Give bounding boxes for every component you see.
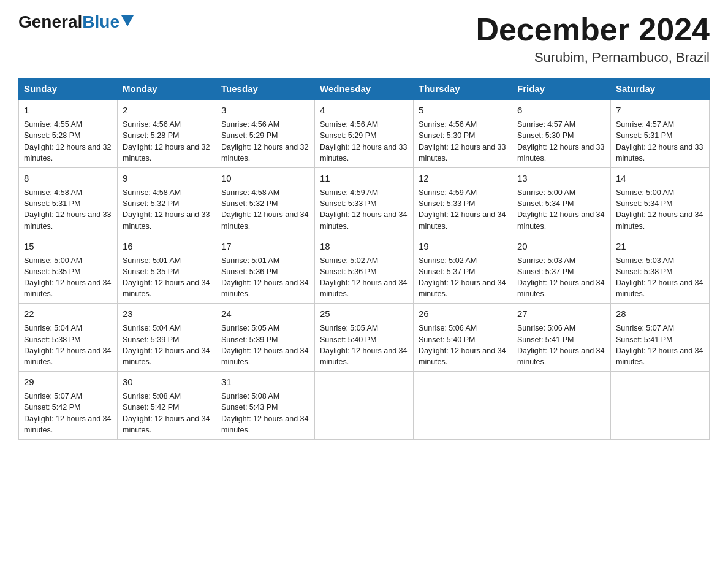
header-wednesday: Wednesday <box>315 79 414 100</box>
day-info: Sunrise: 4:58 AMSunset: 5:32 PMDaylight:… <box>221 188 308 231</box>
day-info: Sunrise: 5:06 AMSunset: 5:40 PMDaylight:… <box>419 324 506 366</box>
day-number: 3 <box>221 104 309 117</box>
calendar-cell: 4Sunrise: 4:56 AMSunset: 5:29 PMDaylight… <box>315 99 414 167</box>
calendar-cell: 18Sunrise: 5:02 AMSunset: 5:36 PMDayligh… <box>315 236 414 304</box>
day-number: 27 <box>517 307 605 320</box>
logo-text: General Blue <box>18 12 134 32</box>
calendar-cell: 28Sunrise: 5:07 AMSunset: 5:41 PMDayligh… <box>611 304 710 372</box>
calendar-cell <box>611 372 710 440</box>
day-number: 11 <box>320 172 408 185</box>
calendar-cell: 12Sunrise: 4:59 AMSunset: 5:33 PMDayligh… <box>414 167 512 236</box>
day-info: Sunrise: 5:01 AMSunset: 5:35 PMDaylight:… <box>123 256 210 299</box>
day-info: Sunrise: 4:56 AMSunset: 5:30 PMDaylight:… <box>419 120 506 163</box>
calendar-header-row: Sunday Monday Tuesday Wednesday Thursday… <box>19 79 710 100</box>
calendar-cell: 27Sunrise: 5:06 AMSunset: 5:41 PMDayligh… <box>512 304 611 372</box>
day-number: 17 <box>221 240 309 253</box>
day-number: 23 <box>123 307 211 320</box>
day-info: Sunrise: 4:56 AMSunset: 5:28 PMDaylight:… <box>123 120 210 163</box>
logo-blue-text: Blue <box>82 12 119 32</box>
day-info: Sunrise: 5:05 AMSunset: 5:39 PMDaylight:… <box>221 324 308 366</box>
day-number: 10 <box>221 172 309 185</box>
day-info: Sunrise: 5:07 AMSunset: 5:41 PMDaylight:… <box>616 324 703 366</box>
calendar-cell: 30Sunrise: 5:08 AMSunset: 5:42 PMDayligh… <box>118 372 216 440</box>
location-subtitle: Surubim, Pernambuco, Brazil <box>476 50 710 66</box>
day-number: 2 <box>123 104 211 117</box>
calendar-cell: 7Sunrise: 4:57 AMSunset: 5:31 PMDaylight… <box>611 99 710 167</box>
day-info: Sunrise: 5:03 AMSunset: 5:37 PMDaylight:… <box>517 256 604 299</box>
day-number: 19 <box>419 240 507 253</box>
header-friday: Friday <box>512 79 611 100</box>
day-info: Sunrise: 4:57 AMSunset: 5:30 PMDaylight:… <box>517 120 604 163</box>
header-thursday: Thursday <box>414 79 512 100</box>
header-sunday: Sunday <box>19 79 118 100</box>
calendar-cell: 2Sunrise: 4:56 AMSunset: 5:28 PMDaylight… <box>118 99 216 167</box>
day-info: Sunrise: 4:55 AMSunset: 5:28 PMDaylight:… <box>24 120 111 163</box>
logo-blue-part: Blue <box>82 12 134 32</box>
calendar-cell: 15Sunrise: 5:00 AMSunset: 5:35 PMDayligh… <box>19 236 118 304</box>
logo-general: General <box>18 12 82 32</box>
calendar-cell: 10Sunrise: 4:58 AMSunset: 5:32 PMDayligh… <box>216 167 315 236</box>
day-number: 5 <box>419 104 507 117</box>
day-info: Sunrise: 4:59 AMSunset: 5:33 PMDaylight:… <box>419 188 506 231</box>
header-saturday: Saturday <box>611 79 710 100</box>
day-number: 7 <box>616 104 704 117</box>
calendar-week-5: 29Sunrise: 5:07 AMSunset: 5:42 PMDayligh… <box>19 372 710 440</box>
day-info: Sunrise: 5:05 AMSunset: 5:40 PMDaylight:… <box>320 324 407 366</box>
calendar-cell: 25Sunrise: 5:05 AMSunset: 5:40 PMDayligh… <box>315 304 414 372</box>
day-number: 24 <box>221 307 309 320</box>
day-number: 21 <box>616 240 704 253</box>
calendar-cell: 16Sunrise: 5:01 AMSunset: 5:35 PMDayligh… <box>118 236 216 304</box>
calendar-cell: 3Sunrise: 4:56 AMSunset: 5:29 PMDaylight… <box>216 99 315 167</box>
calendar-cell: 24Sunrise: 5:05 AMSunset: 5:39 PMDayligh… <box>216 304 315 372</box>
day-number: 12 <box>419 172 507 185</box>
title-section: December 2024 Surubim, Pernambuco, Brazi… <box>476 12 710 66</box>
day-number: 14 <box>616 172 704 185</box>
day-info: Sunrise: 4:57 AMSunset: 5:31 PMDaylight:… <box>616 120 703 163</box>
month-title: December 2024 <box>476 12 710 47</box>
day-number: 28 <box>616 307 704 320</box>
day-info: Sunrise: 5:00 AMSunset: 5:35 PMDaylight:… <box>24 256 111 299</box>
calendar-week-3: 15Sunrise: 5:00 AMSunset: 5:35 PMDayligh… <box>19 236 710 304</box>
day-number: 16 <box>123 240 211 253</box>
logo: General Blue <box>18 12 134 32</box>
day-number: 26 <box>419 307 507 320</box>
calendar-cell: 29Sunrise: 5:07 AMSunset: 5:42 PMDayligh… <box>19 372 118 440</box>
calendar-cell: 1Sunrise: 4:55 AMSunset: 5:28 PMDaylight… <box>19 99 118 167</box>
day-info: Sunrise: 5:03 AMSunset: 5:38 PMDaylight:… <box>616 256 703 299</box>
day-info: Sunrise: 4:59 AMSunset: 5:33 PMDaylight:… <box>320 188 407 231</box>
day-info: Sunrise: 5:07 AMSunset: 5:42 PMDaylight:… <box>24 392 111 434</box>
day-number: 9 <box>123 172 211 185</box>
day-number: 31 <box>221 375 309 388</box>
day-info: Sunrise: 5:04 AMSunset: 5:39 PMDaylight:… <box>123 324 210 366</box>
day-number: 15 <box>24 240 112 253</box>
calendar-cell <box>512 372 611 440</box>
day-number: 30 <box>123 375 211 388</box>
day-info: Sunrise: 5:00 AMSunset: 5:34 PMDaylight:… <box>616 188 703 231</box>
calendar-cell: 21Sunrise: 5:03 AMSunset: 5:38 PMDayligh… <box>611 236 710 304</box>
calendar-cell: 22Sunrise: 5:04 AMSunset: 5:38 PMDayligh… <box>19 304 118 372</box>
calendar-cell: 13Sunrise: 5:00 AMSunset: 5:34 PMDayligh… <box>512 167 611 236</box>
day-info: Sunrise: 4:56 AMSunset: 5:29 PMDaylight:… <box>320 120 407 163</box>
calendar-cell <box>315 372 414 440</box>
day-number: 1 <box>24 104 112 117</box>
calendar-week-2: 8Sunrise: 4:58 AMSunset: 5:31 PMDaylight… <box>19 167 710 236</box>
calendar-cell: 14Sunrise: 5:00 AMSunset: 5:34 PMDayligh… <box>611 167 710 236</box>
calendar-cell: 5Sunrise: 4:56 AMSunset: 5:30 PMDaylight… <box>414 99 512 167</box>
day-number: 13 <box>517 172 605 185</box>
calendar-week-1: 1Sunrise: 4:55 AMSunset: 5:28 PMDaylight… <box>19 99 710 167</box>
day-number: 6 <box>517 104 605 117</box>
day-number: 22 <box>24 307 112 320</box>
day-info: Sunrise: 4:58 AMSunset: 5:31 PMDaylight:… <box>24 188 111 231</box>
day-info: Sunrise: 5:00 AMSunset: 5:34 PMDaylight:… <box>517 188 604 231</box>
day-info: Sunrise: 4:58 AMSunset: 5:32 PMDaylight:… <box>123 188 210 231</box>
day-info: Sunrise: 5:04 AMSunset: 5:38 PMDaylight:… <box>24 324 111 366</box>
calendar-cell: 8Sunrise: 4:58 AMSunset: 5:31 PMDaylight… <box>19 167 118 236</box>
day-info: Sunrise: 5:08 AMSunset: 5:42 PMDaylight:… <box>123 392 210 434</box>
logo-triangle-icon <box>121 15 134 26</box>
calendar-cell: 17Sunrise: 5:01 AMSunset: 5:36 PMDayligh… <box>216 236 315 304</box>
day-number: 8 <box>24 172 112 185</box>
day-number: 20 <box>517 240 605 253</box>
calendar-cell: 11Sunrise: 4:59 AMSunset: 5:33 PMDayligh… <box>315 167 414 236</box>
day-info: Sunrise: 5:06 AMSunset: 5:41 PMDaylight:… <box>517 324 604 366</box>
calendar-week-4: 22Sunrise: 5:04 AMSunset: 5:38 PMDayligh… <box>19 304 710 372</box>
